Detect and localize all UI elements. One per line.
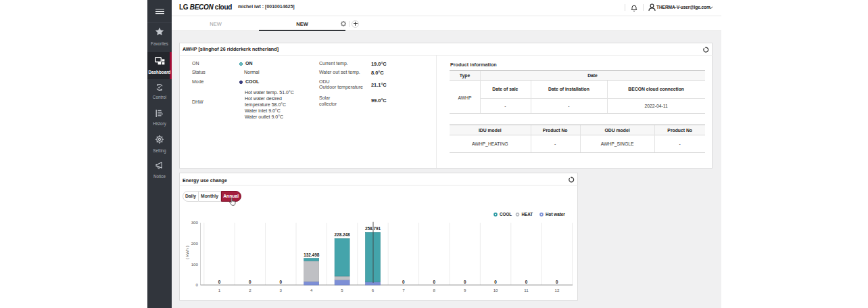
svg-text:228.248: 228.248 — [335, 232, 351, 237]
svg-text:( kWh ): ( kWh ) — [185, 246, 189, 259]
svg-text:12: 12 — [554, 288, 559, 292]
svg-text:200: 200 — [191, 241, 199, 246]
svg-text:HEAT: HEAT — [522, 212, 533, 217]
svg-text:6: 6 — [372, 288, 375, 292]
svg-text:5: 5 — [341, 288, 343, 292]
svg-text:132.498: 132.498 — [304, 252, 320, 257]
svg-text:Hot water: Hot water — [546, 212, 565, 217]
svg-text:COOL: COOL — [500, 212, 512, 217]
svg-text:0: 0 — [280, 280, 283, 284]
svg-text:11: 11 — [524, 288, 529, 292]
svg-text:0: 0 — [196, 282, 199, 287]
svg-text:3: 3 — [280, 288, 283, 292]
svg-text:0: 0 — [249, 280, 251, 284]
svg-text:0: 0 — [464, 280, 466, 284]
svg-text:1: 1 — [218, 288, 221, 292]
svg-text:100: 100 — [191, 262, 199, 267]
svg-text:0: 0 — [402, 280, 405, 284]
svg-text:9: 9 — [464, 288, 466, 292]
svg-text:300: 300 — [191, 220, 199, 225]
svg-text:10: 10 — [493, 288, 498, 292]
svg-text:0: 0 — [494, 280, 497, 284]
svg-text:4: 4 — [310, 288, 313, 292]
svg-text:0: 0 — [218, 280, 221, 284]
svg-text:0: 0 — [525, 280, 528, 284]
svg-text:2: 2 — [249, 288, 251, 292]
svg-text:7: 7 — [402, 288, 405, 292]
svg-text:0: 0 — [433, 280, 436, 284]
svg-text:0: 0 — [556, 280, 558, 284]
svg-text:8: 8 — [433, 288, 436, 292]
